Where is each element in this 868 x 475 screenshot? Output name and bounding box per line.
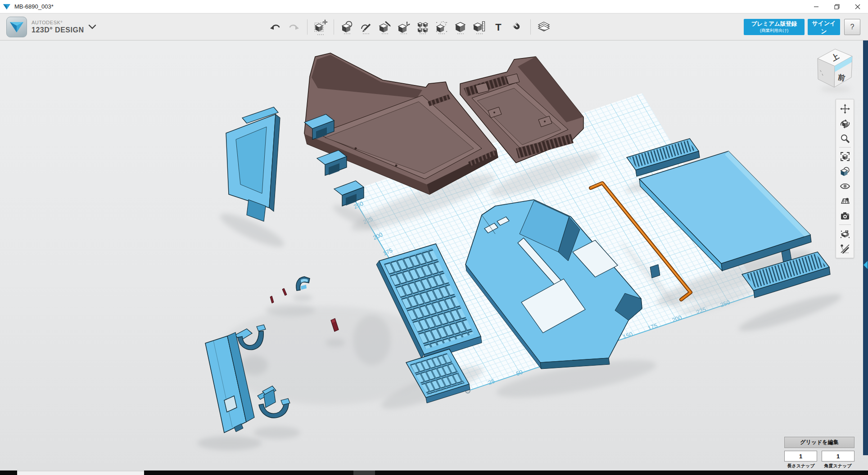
text-tool-button[interactable]: T bbox=[489, 17, 508, 37]
restore-button[interactable] bbox=[827, 0, 847, 13]
construct-button[interactable] bbox=[375, 17, 394, 37]
view-toolbar bbox=[836, 99, 854, 258]
visibility-button[interactable] bbox=[837, 179, 853, 193]
pin-2[interactable] bbox=[282, 288, 287, 296]
main-toolbar: AUTODESK° 123D° DESIGN bbox=[0, 13, 868, 40]
fit-selection-button[interactable] bbox=[837, 149, 853, 164]
brand-123d-design: 123D° DESIGN bbox=[32, 26, 84, 34]
grid-snap-panel: グリッドを編集 長さスナップ 角度スナップ bbox=[784, 437, 854, 469]
right-edge-panel bbox=[863, 40, 868, 455]
toolbar-separator bbox=[839, 147, 851, 148]
combine-button[interactable] bbox=[451, 17, 470, 37]
material-view-button[interactable] bbox=[837, 164, 853, 179]
length-snap-input[interactable] bbox=[784, 451, 817, 462]
window-title: MB-6890_003* bbox=[14, 3, 54, 10]
text-tool-glyph: T bbox=[495, 22, 502, 33]
toolbar-separator bbox=[530, 19, 531, 35]
orbit-button[interactable] bbox=[837, 116, 853, 131]
angle-snap-input[interactable] bbox=[822, 451, 854, 462]
autodesk-123d-logo[interactable] bbox=[6, 17, 27, 37]
pan-button[interactable] bbox=[837, 101, 853, 116]
os-taskbar bbox=[0, 471, 868, 475]
toolbar-separator bbox=[307, 19, 307, 35]
view-cube-front-label[interactable]: 前 bbox=[837, 73, 846, 82]
modify-button[interactable] bbox=[394, 17, 413, 37]
toolbar-separator bbox=[839, 224, 851, 225]
sign-in-button[interactable]: サインイン bbox=[808, 19, 840, 35]
side-panel-assembly[interactable] bbox=[226, 107, 280, 221]
premium-register-label: プレミアム版登録 bbox=[745, 21, 804, 28]
pattern-button[interactable] bbox=[413, 17, 432, 37]
premium-register-sublabel: (商業利用向け) bbox=[745, 28, 804, 33]
brand-text: AUTODESK° 123D° DESIGN bbox=[32, 18, 84, 34]
undo-button[interactable] bbox=[266, 17, 285, 37]
grouping-button[interactable] bbox=[432, 17, 451, 37]
length-snap-label: 長さスナップ bbox=[784, 463, 818, 469]
app-window: MB-6890_003* bbox=[0, 0, 868, 475]
redo-button[interactable] bbox=[285, 17, 303, 37]
measure-button[interactable] bbox=[470, 17, 489, 37]
zoom-button[interactable] bbox=[837, 131, 853, 146]
title-bar: MB-6890_003* bbox=[0, 0, 868, 13]
material-button[interactable] bbox=[534, 17, 553, 37]
angle-snap-label: 角度スナップ bbox=[821, 463, 854, 469]
tool-strip: T bbox=[266, 13, 553, 40]
pin-1[interactable] bbox=[270, 296, 274, 303]
snap-button[interactable] bbox=[508, 17, 527, 37]
transform-move-button[interactable] bbox=[311, 17, 330, 37]
taskbar-window-strip[interactable] bbox=[17, 471, 144, 475]
brand-autodesk: AUTODESK° bbox=[32, 20, 63, 25]
panel-collapse-arrow-icon[interactable] bbox=[863, 261, 868, 269]
premium-register-button[interactable]: プレミアム版登録 (商業利用向け) bbox=[744, 19, 805, 35]
view-cube[interactable]: 上 前 bbox=[818, 49, 852, 92]
minimize-button[interactable] bbox=[806, 0, 827, 13]
clip-small[interactable] bbox=[296, 277, 310, 291]
3d-viewport[interactable]: 250 225 200 175 25 50 75 100 125 150 175… bbox=[0, 40, 868, 471]
snap-object-button[interactable] bbox=[837, 226, 853, 241]
small-bracket-2[interactable] bbox=[317, 150, 347, 175]
toolbar-separator bbox=[334, 19, 334, 35]
taskbar-item[interactable] bbox=[353, 471, 375, 475]
sketch-visibility-button[interactable] bbox=[837, 241, 853, 256]
menu-chevron-icon[interactable] bbox=[88, 23, 96, 31]
close-button[interactable] bbox=[847, 0, 868, 13]
sketch-button[interactable] bbox=[357, 17, 375, 37]
primitives-button[interactable] bbox=[338, 17, 357, 37]
edit-grid-button[interactable]: グリッドを編集 bbox=[784, 437, 854, 448]
help-button[interactable]: ? bbox=[844, 19, 860, 35]
app-logo-icon bbox=[3, 3, 11, 10]
screenshot-button[interactable] bbox=[837, 208, 853, 223]
grid-display-button[interactable] bbox=[837, 193, 853, 208]
